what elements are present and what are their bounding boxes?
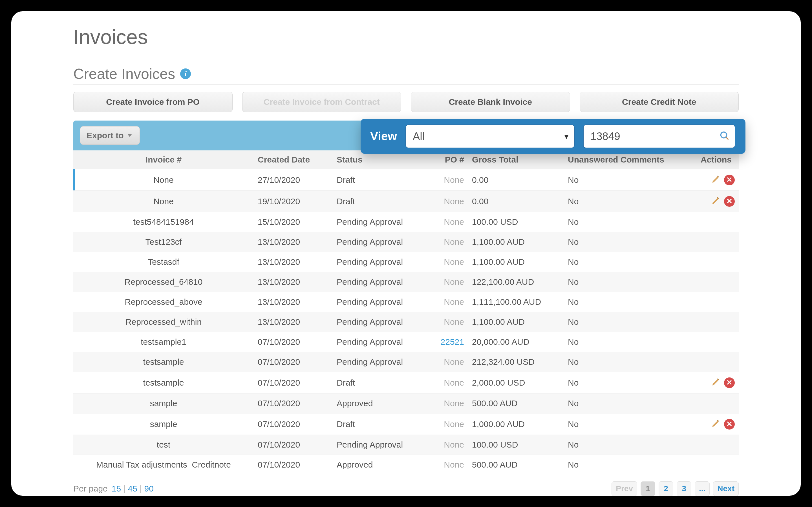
invoice-link[interactable]: Manual Tax adjustments_Creditnote [73,455,254,475]
edit-icon[interactable] [711,195,721,207]
pager: Prev123...Next [612,482,739,496]
table-row: sample07/10/2020ApprovedNone500.00 AUDNo [73,393,739,413]
po-cell: None [428,372,468,393]
invoice-link[interactable]: Reprocessed_above [73,292,254,312]
create-blank-invoice-button[interactable]: Create Blank Invoice [411,92,570,112]
po-cell: None [428,191,468,212]
per-page-option[interactable]: 45 [128,484,137,493]
search-input[interactable] [583,124,735,148]
export-to-dropdown[interactable]: Export to [80,126,140,145]
status-cell: Pending Approval [333,272,428,292]
invoices-table: Invoice # Created Date Status PO # Gross… [73,151,739,474]
invoice-link[interactable]: testsample1 [73,332,254,352]
per-page-option[interactable]: 15 [112,484,121,493]
per-page-option[interactable]: 90 [144,484,153,493]
page-button[interactable]: 3 [677,482,691,496]
view-label: View [370,129,397,143]
actions-cell: ✕ [694,413,739,435]
po-cell: None [428,232,468,252]
created-date-cell: 07/10/2020 [254,393,333,413]
invoice-link[interactable]: sample [73,413,254,435]
invoice-link[interactable]: test5484151984 [73,212,254,232]
delete-icon[interactable]: ✕ [724,378,735,388]
view-select[interactable]: All [405,124,574,148]
page-button[interactable]: ... [695,482,710,496]
invoice-link[interactable]: Reprocessed_within [73,312,254,332]
unanswered-cell: No [564,232,694,252]
invoice-link[interactable]: Test123cf [73,232,254,252]
status-cell: Pending Approval [333,435,428,455]
po-cell[interactable]: 22521 [428,332,468,352]
actions-cell [694,232,739,252]
header-invoice[interactable]: Invoice # [73,151,254,169]
per-page-selector: Per page 15 | 45 | 90 [73,484,154,494]
search-icon[interactable] [719,131,730,142]
invoices-window: Invoices Create Invoices i Create Invoic… [11,11,801,496]
po-cell: None [428,212,468,232]
header-created-date[interactable]: Created Date [254,151,333,169]
po-cell: None [428,272,468,292]
table-row: Test123cf13/10/2020Pending ApprovalNone1… [73,232,739,252]
unanswered-cell: No [564,292,694,312]
actions-cell: ✕ [694,191,739,212]
invoice-link[interactable]: None [73,169,254,191]
table-toolbar: Export to View All ▾ [73,121,739,151]
page-button: 1 [641,482,655,496]
separator: | [121,484,128,493]
separator: | [137,484,144,493]
actions-cell [694,332,739,352]
create-credit-note-button[interactable]: Create Credit Note [580,92,739,112]
invoice-link[interactable]: test [73,435,254,455]
unanswered-cell: No [564,372,694,393]
unanswered-cell: No [564,272,694,292]
invoice-link[interactable]: testsample [73,352,254,372]
po-cell: None [428,292,468,312]
created-date-cell: 19/10/2020 [254,191,333,212]
unanswered-cell: No [564,455,694,475]
status-cell: Approved [333,455,428,475]
po-cell: None [428,393,468,413]
delete-icon[interactable]: ✕ [724,175,735,185]
invoice-link[interactable]: None [73,191,254,212]
export-to-label: Export to [87,131,124,140]
gross-total-cell: 0.00 [468,169,564,191]
invoice-link[interactable]: sample [73,393,254,413]
page-button[interactable]: 2 [659,482,673,496]
table-row: testsample107/10/2020Pending Approval225… [73,332,739,352]
table-row: testsample07/10/2020Pending ApprovalNone… [73,352,739,372]
next-button[interactable]: Next [713,482,739,496]
edit-icon[interactable] [711,377,721,389]
status-cell: Draft [333,169,428,191]
actions-cell [694,352,739,372]
invoice-link[interactable]: Reprocessed_64810 [73,272,254,292]
created-date-cell: 07/10/2020 [254,372,333,393]
gross-total-cell: 2,000.00 USD [468,372,564,393]
gross-total-cell: 1,100.00 AUD [468,232,564,252]
table-row: None27/10/2020DraftNone0.00No✕ [73,169,739,191]
unanswered-cell: No [564,191,694,212]
gross-total-cell: 1,100.00 AUD [468,312,564,332]
actions-cell [694,455,739,475]
edit-icon[interactable] [711,174,721,186]
delete-icon[interactable]: ✕ [724,419,735,430]
create-invoice-from-po-button[interactable]: Create Invoice from PO [73,92,233,112]
status-cell: Draft [333,191,428,212]
unanswered-cell: No [564,393,694,413]
created-date-cell: 07/10/2020 [254,332,333,352]
info-icon[interactable]: i [180,68,191,79]
status-cell: Pending Approval [333,312,428,332]
view-filter-box: View All ▾ [361,119,746,154]
edit-icon[interactable] [711,418,721,430]
invoice-link[interactable]: Testasdf [73,252,254,272]
actions-cell: ✕ [694,372,739,393]
gross-total-cell: 0.00 [468,191,564,212]
po-cell: None [428,312,468,332]
invoice-link[interactable]: testsample [73,372,254,393]
actions-cell [694,272,739,292]
unanswered-cell: No [564,312,694,332]
gross-total-cell: 212,324.00 USD [468,352,564,372]
actions-cell [694,435,739,455]
delete-icon[interactable]: ✕ [724,196,735,207]
status-cell: Pending Approval [333,332,428,352]
status-cell: Draft [333,413,428,435]
